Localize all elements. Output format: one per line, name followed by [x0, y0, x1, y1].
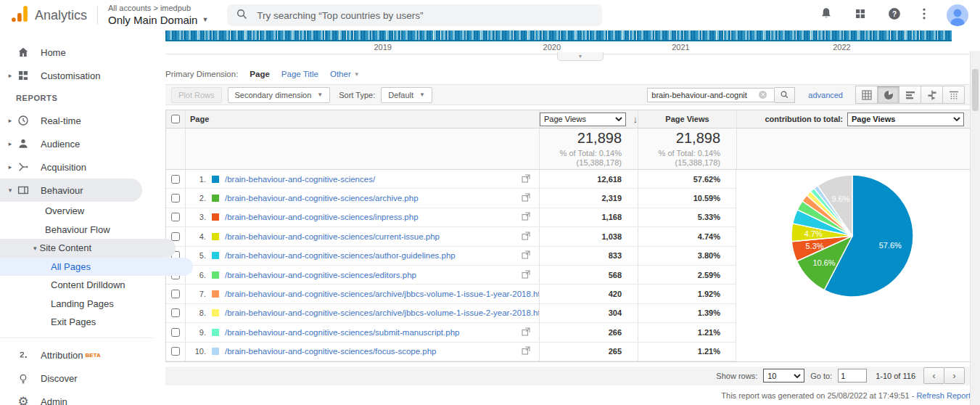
- pivot-view-icon[interactable]: [942, 86, 965, 104]
- timeline-collapse-tab[interactable]: ▼: [557, 52, 604, 61]
- sidebar-item-behaviour-flow[interactable]: Behaviour Flow: [0, 221, 154, 240]
- expand-arrow-icon[interactable]: ▸: [6, 163, 15, 171]
- row-rank: 2.: [192, 194, 206, 202]
- page-url-link[interactable]: /brain-behaviour-and-cognitive-sciences/…: [225, 213, 419, 221]
- next-page-button[interactable]: ›: [944, 367, 965, 384]
- open-in-new-icon[interactable]: [522, 212, 530, 222]
- page-url-link[interactable]: /brain-behaviour-and-cognitive-sciences/…: [225, 194, 419, 202]
- open-in-new-icon[interactable]: [522, 174, 530, 184]
- analytics-home-link[interactable]: Analytics: [0, 4, 87, 26]
- table-search-field[interactable]: ✕: [647, 88, 775, 102]
- advanced-search-link[interactable]: advanced: [808, 91, 843, 99]
- row-checkbox[interactable]: [171, 232, 180, 241]
- sidebar-item-discover[interactable]: Discover: [0, 367, 154, 390]
- contribution-metric-select[interactable]: Page Views: [847, 112, 964, 126]
- page-url-link[interactable]: /brain-behaviour-and-cognitive-sciences/…: [225, 232, 440, 241]
- sidebar-item-home[interactable]: Home: [0, 41, 154, 64]
- kebab-menu-icon[interactable]: [922, 7, 926, 24]
- row-checkbox[interactable]: [171, 175, 180, 184]
- table-search-button[interactable]: [775, 87, 795, 103]
- sidebar-item-site-content[interactable]: ▾ Site Content: [0, 239, 176, 258]
- percentage-pie-view-icon[interactable]: [877, 86, 899, 104]
- row-checkbox[interactable]: [171, 213, 180, 221]
- sidebar-item-content-drilldown[interactable]: Content Drilldown: [0, 276, 154, 295]
- page-url-link[interactable]: /brain-behaviour-and-cognitive-sciences/…: [225, 308, 539, 317]
- sidebar-item-audience[interactable]: ▸ Audience: [0, 132, 154, 155]
- previous-page-button[interactable]: ‹: [923, 367, 944, 384]
- sidebar-item-overview[interactable]: Overview: [0, 202, 154, 221]
- brand-name: Analytics: [35, 8, 87, 23]
- apps-grid-icon[interactable]: [854, 7, 867, 23]
- total-percent-of-total: % of Total: 0.14% (15,388,178): [540, 149, 622, 168]
- help-icon[interactable]: ?: [887, 7, 902, 24]
- open-in-new-icon[interactable]: [522, 270, 530, 280]
- sidebar-item-realtime[interactable]: ▸ Real-time: [0, 109, 154, 132]
- page-views-column-header[interactable]: Page Views: [638, 110, 736, 128]
- pages-table: Page Page Views ↓ Page Views contributio…: [165, 110, 971, 362]
- sidebar-item-attribution[interactable]: Attribution BETA: [0, 344, 154, 367]
- chevron-down-icon: ▼: [317, 91, 323, 98]
- page-url-link[interactable]: /brain-behaviour-and-cognitive-sciences/…: [225, 290, 539, 298]
- global-search-input[interactable]: Try searching “Top countries by users”: [227, 4, 602, 26]
- open-in-new-icon[interactable]: [522, 346, 530, 356]
- page-url-link[interactable]: /brain-behaviour-and-cognitive-sciences/…: [225, 328, 459, 337]
- row-checkbox[interactable]: [171, 308, 180, 317]
- open-in-new-icon[interactable]: [522, 250, 530, 261]
- sidebar-item-behaviour[interactable]: ▾ Behaviour: [0, 179, 142, 202]
- vertical-scrollbar[interactable]: [970, 51, 980, 405]
- goto-page-input[interactable]: [838, 369, 867, 382]
- page-url-link[interactable]: /brain-behaviour-and-cognitive-sciences/…: [225, 271, 416, 279]
- expand-arrow-icon[interactable]: ▸: [6, 140, 15, 147]
- table-row: 7./brain-behaviour-and-cognitive-science…: [166, 285, 736, 303]
- sidebar-item-all-pages[interactable]: All Pages: [0, 258, 193, 277]
- lightbulb-icon: [16, 372, 30, 386]
- comparison-view-icon[interactable]: [921, 86, 943, 104]
- expand-arrow-icon[interactable]: ▸: [6, 72, 15, 79]
- plot-rows-button[interactable]: Plot Rows: [171, 87, 222, 103]
- expand-arrow-icon[interactable]: ▸: [6, 117, 15, 124]
- select-all-checkbox[interactable]: [171, 115, 180, 123]
- collapse-arrow-icon[interactable]: ▾: [6, 187, 15, 194]
- sidebar-item-exit-pages[interactable]: Exit Pages: [0, 313, 154, 332]
- data-table-view-icon[interactable]: [855, 86, 878, 104]
- scrollbar-thumb[interactable]: [972, 69, 979, 111]
- row-checkbox[interactable]: [171, 290, 180, 298]
- page-url-link[interactable]: /brain-behaviour-and-cognitive-sciences/: [225, 175, 375, 184]
- contribution-pie-chart[interactable]: 57.6%10.6%5.3%4.7%9.6%: [787, 171, 918, 301]
- sidebar-item-admin[interactable]: ⚙ Admin: [0, 390, 154, 405]
- refresh-report-link[interactable]: Refresh Report: [916, 391, 971, 400]
- page-views-value: 266: [539, 323, 638, 341]
- table-search-input[interactable]: [650, 90, 759, 100]
- metric-select[interactable]: Page Views: [540, 112, 626, 126]
- open-in-new-icon[interactable]: [522, 193, 530, 203]
- open-in-new-icon[interactable]: [522, 327, 530, 338]
- dimension-page-title-tab[interactable]: Page Title: [281, 70, 318, 78]
- secondary-dimension-button[interactable]: Secondary dimension ▼: [228, 87, 331, 103]
- notifications-bell-icon[interactable]: [819, 7, 833, 24]
- sidebar-item-customisation[interactable]: ▸ Customisation: [0, 64, 154, 87]
- breadcrumb[interactable]: All accounts > imedpub: [108, 4, 208, 13]
- open-in-new-icon[interactable]: [522, 232, 530, 242]
- sort-type-label: Sort Type:: [339, 91, 375, 99]
- account-selector[interactable]: Only Main Domain ▼: [108, 13, 208, 27]
- timeline-chart-strip[interactable]: [165, 30, 952, 41]
- dimension-other-menu[interactable]: Other ▼: [330, 70, 360, 78]
- user-avatar[interactable]: [947, 4, 968, 26]
- performance-bars-view-icon[interactable]: [899, 86, 921, 104]
- page-column-header[interactable]: Page: [185, 110, 539, 128]
- sidebar-item-acquisition[interactable]: ▸ Acquisition: [0, 155, 154, 179]
- timeline-year-label: 2022: [833, 43, 850, 52]
- clear-search-icon[interactable]: ✕: [759, 91, 767, 99]
- sidebar-item-landing-pages[interactable]: Landing Pages: [0, 295, 154, 314]
- collapse-arrow-icon[interactable]: ▾: [33, 245, 37, 252]
- page-url-link[interactable]: /brain-behaviour-and-cognitive-sciences/…: [225, 347, 437, 356]
- pie-slice-label: 57.6%: [879, 241, 902, 250]
- row-rank: 8.: [192, 308, 206, 317]
- sort-type-select[interactable]: Default ▼: [381, 87, 432, 103]
- row-checkbox[interactable]: [171, 194, 180, 202]
- row-checkbox[interactable]: [171, 347, 180, 356]
- row-checkbox[interactable]: [171, 328, 180, 337]
- dimension-page-tab[interactable]: Page: [250, 70, 270, 78]
- page-url-link[interactable]: /brain-behaviour-and-cognitive-sciences/…: [225, 251, 456, 260]
- show-rows-select[interactable]: 10: [763, 369, 804, 382]
